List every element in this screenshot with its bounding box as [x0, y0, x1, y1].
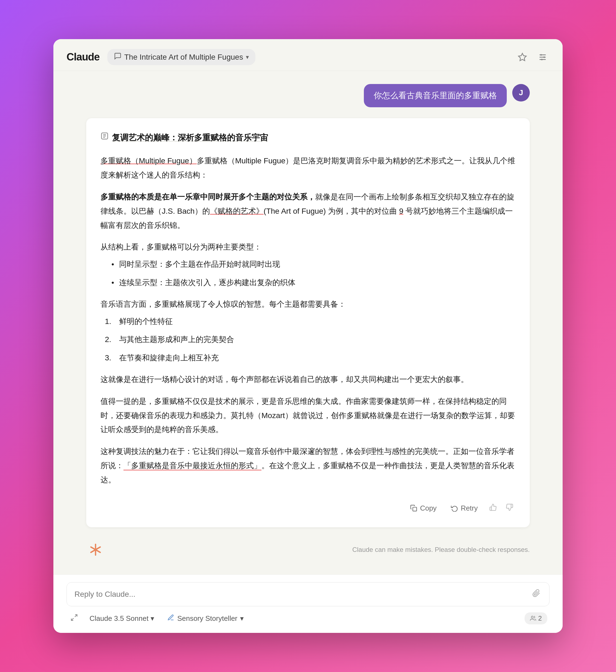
bullet-item-1: 同时呈示型：多个主题在作品开始时就同时出现 [111, 257, 516, 271]
model-selector[interactable]: Claude 3.5 Sonnet ▾ [86, 612, 157, 625]
para1-highlight: 多重赋格（Multiple Fugue） [100, 157, 197, 165]
style-selector[interactable]: Sensory Storyteller ▾ [164, 612, 247, 625]
user-bubble: 你怎么看古典音乐里面的多重赋格 [364, 84, 507, 107]
chat-title-text: The Intricate Art of Multiple Fugues [124, 53, 243, 62]
thumbs-up-button[interactable] [487, 501, 499, 515]
para-7: 这种复调技法的魅力在于：它让我们得以一窥音乐创作中最深邃的智慧，体会到理性与感性… [100, 444, 516, 487]
claude-row: Claude can make mistakes. Please double-… [86, 538, 530, 561]
copy-label: Copy [420, 504, 437, 512]
svg-line-16 [71, 618, 74, 620]
response-title-text: 复调艺术的巅峰：深析多重赋格的音乐宇宙 [112, 130, 268, 145]
input-row [66, 582, 550, 606]
disclaimer-text: Claude can make mistakes. Please double-… [352, 546, 530, 554]
numbered-list: 鲜明的个性特征 与其他主题形成和声上的完美契合 在节奏和旋律走向上相互补充 [117, 315, 516, 365]
input-area: Claude 3.5 Sonnet ▾ Sensory Storyteller … [53, 574, 563, 633]
titlebar-left: Claude The Intricate Art of Multiple Fug… [66, 49, 255, 65]
para-6: 值得一提的是，多重赋格不仅仅是技术的展示，更是音乐思维的集大成。作曲家需要像建筑… [100, 394, 516, 437]
chat-input[interactable] [74, 590, 526, 599]
people-badge: 2 [525, 612, 547, 624]
chevron-down-icon: ▾ [246, 54, 249, 61]
svg-point-6 [541, 59, 543, 60]
numbered-item-3: 在节奏和旋律走向上相互补充 [117, 351, 516, 365]
quote-text: 「多重赋格是音乐中最接近永恒的形式」 [123, 461, 261, 470]
app-logo: Claude [66, 51, 100, 63]
svg-point-17 [531, 616, 533, 618]
svg-point-4 [540, 54, 542, 56]
svg-line-15 [75, 615, 77, 617]
response-title: 复调艺术的巅峰：深析多重赋格的音乐宇宙 [100, 130, 516, 145]
para-4: 音乐语言方面，多重赋格展现了令人惊叹的智慧。每个主题都需要具备： [100, 297, 516, 311]
model-chevron-icon: ▾ [150, 614, 154, 623]
titlebar: Claude The Intricate Art of Multiple Fug… [53, 39, 563, 71]
style-label: Sensory Storyteller [177, 614, 237, 623]
numbered-item-1: 鲜明的个性特征 [117, 315, 516, 328]
svg-rect-11 [413, 507, 417, 511]
user-avatar: J [512, 84, 530, 102]
people-count: 2 [538, 615, 542, 622]
titlebar-right [516, 50, 550, 64]
svg-point-5 [543, 56, 545, 58]
bullet-list: 同时呈示型：多个主题在作品开始时就同时出现 连续呈示型：主题依次引入，逐步构建出… [111, 257, 516, 289]
title-icon [100, 131, 109, 144]
numbered-item-2: 与其他主题形成和声上的完美契合 [117, 333, 516, 346]
retry-button[interactable]: Retry [446, 501, 483, 515]
app-window: Claude The Intricate Art of Multiple Fug… [53, 39, 563, 633]
style-icon [167, 614, 174, 623]
svg-marker-0 [519, 53, 526, 61]
attach-button[interactable] [531, 588, 542, 601]
para-5: 这就像是在进行一场精心设计的对话，每个声部都在诉说着自己的故事，却又共同构建出一… [100, 372, 516, 387]
chat-area: 你怎么看古典音乐里面的多重赋格 J 复调艺术的巅峰：深析多重赋格的音乐宇宙 多重… [53, 71, 563, 574]
thumbs-down-button[interactable] [504, 501, 516, 515]
toolbar-row: Claude 3.5 Sonnet ▾ Sensory Storyteller … [66, 612, 550, 625]
chat-title-button[interactable]: The Intricate Art of Multiple Fugues ▾ [107, 49, 255, 65]
toolbar-left: Claude 3.5 Sonnet ▾ Sensory Storyteller … [69, 612, 247, 625]
copy-button[interactable]: Copy [405, 501, 442, 515]
bullet-item-2: 连续呈示型：主题依次引入，逐步构建出复杂的织体 [111, 276, 516, 289]
settings-button[interactable] [536, 50, 550, 64]
chat-icon [114, 52, 121, 62]
action-row: Copy Retry [100, 496, 516, 515]
style-chevron-icon: ▾ [240, 614, 244, 623]
star-button[interactable] [516, 50, 529, 64]
para-3: 从结构上看，多重赋格可以分为两种主要类型： [100, 240, 516, 254]
retry-label: Retry [461, 504, 478, 512]
para-2: 多重赋格的本质是在单一乐章中同时展开多个主题的对位关系，就像是在同一个画布上绘制… [100, 190, 516, 232]
model-label: Claude 3.5 Sonnet [89, 614, 148, 623]
expand-button[interactable] [69, 612, 80, 625]
claude-icon [86, 540, 105, 559]
user-message-row: 你怎么看古典音乐里面的多重赋格 J [86, 84, 530, 107]
para-1: 多重赋格（Multiple Fugue）多重赋格（Multiple Fugue）… [100, 154, 516, 182]
ai-response: 复调艺术的巅峰：深析多重赋格的音乐宇宙 多重赋格（Multiple Fugue）… [86, 118, 530, 527]
